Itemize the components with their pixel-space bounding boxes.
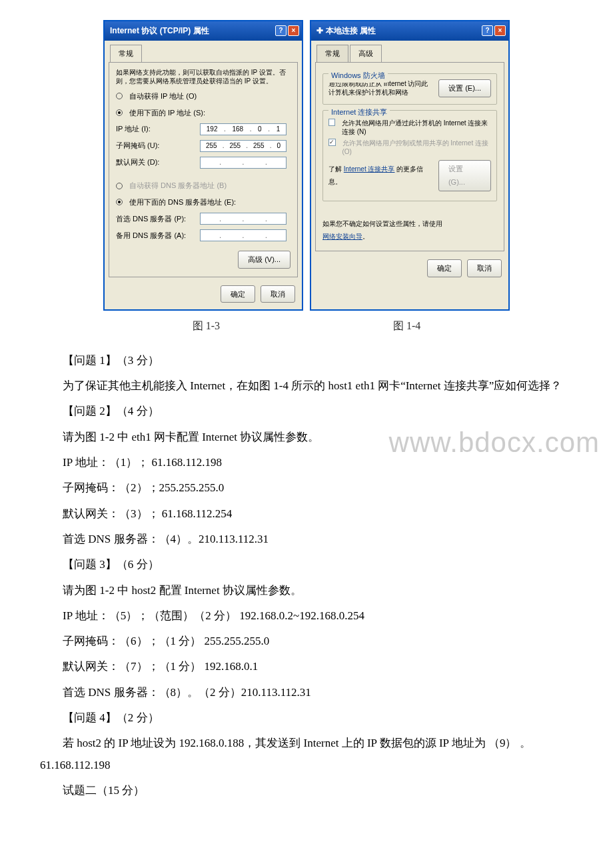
caption-left: 图 1-3 bbox=[193, 316, 220, 336]
q3-ip: IP 地址：（5）；（范围）（2 分） 192.168.0.2~192.168.… bbox=[40, 605, 573, 627]
q3-dns: 首选 DNS 服务器：（8）。（2 分）210.113.112.31 bbox=[40, 682, 573, 703]
q3-body: 请为图 1-2 中 host2 配置 Internet 协议属性参数。 bbox=[40, 580, 573, 601]
network-icon: ✚ bbox=[316, 23, 323, 39]
wizard-hint: 如果您不确定如何设置这些属性，请使用 网络安装向导。 bbox=[322, 217, 497, 243]
dns2-label: 备用 DNS 服务器 (A): bbox=[116, 229, 196, 243]
ics-settings-button: 设置 (G)... bbox=[438, 160, 491, 192]
firewall-group: Windows 防火墙 通过限制或防止从 Internet 访问此计算机来保护计… bbox=[322, 73, 497, 105]
q4-body: 若 host2 的 IP 地址设为 192.168.0.188，其发送到 Int… bbox=[40, 733, 573, 776]
q2-gw: 默认网关：（3）； 61.168.112.254 bbox=[40, 503, 573, 525]
dns2-input[interactable]: . . . bbox=[200, 229, 287, 241]
auto-dns-option: 自动获得 DNS 服务器地址 (B) bbox=[116, 179, 291, 193]
ics-group: Internet 连接共享 允许其他网络用户通过此计算机的 Internet 连… bbox=[322, 110, 497, 202]
q2-body: 请为图 1-2 中 eth1 网卡配置 Internet 协议属性参数。 www… bbox=[40, 427, 573, 448]
manual-ip-option[interactable]: 使用下面的 IP 地址 (S): bbox=[116, 106, 291, 120]
ics-allow-control: ✓允许其他网络用户控制或禁用共享的 Internet 连接 (O) bbox=[328, 139, 491, 156]
manual-ip-label: 使用下面的 IP 地址 (S): bbox=[129, 106, 205, 120]
ics-link[interactable]: Internet 连接共享 bbox=[344, 165, 395, 173]
advanced-button[interactable]: 高级 (V)... bbox=[238, 251, 291, 269]
tcpip-title: Internet 协议 (TCP/IP) 属性 bbox=[110, 23, 209, 39]
auto-dns-label: 自动获得 DNS 服务器地址 (B) bbox=[129, 179, 227, 193]
q1-title: 【问题 1】（3 分） bbox=[40, 350, 573, 371]
auto-ip-option[interactable]: 自动获得 IP 地址 (O) bbox=[116, 89, 291, 103]
tab-general[interactable]: 常规 bbox=[110, 45, 142, 62]
help-icon[interactable]: ? bbox=[275, 25, 287, 36]
q2-dns: 首选 DNS 服务器：（4）。210.113.112.31 bbox=[40, 529, 573, 550]
help-icon[interactable]: ? bbox=[482, 25, 493, 36]
q2-mask: 子网掩码：（2）；255.255.255.0 bbox=[40, 477, 573, 499]
q4-title: 【问题 4】（2 分） bbox=[40, 707, 573, 729]
caption-right: 图 1-4 bbox=[393, 316, 420, 336]
ok-button[interactable]: 确定 bbox=[221, 285, 255, 303]
ip-input[interactable]: 192.168.0.1 bbox=[200, 123, 287, 135]
tab-general[interactable]: 常规 bbox=[316, 45, 348, 62]
dns1-label: 首选 DNS 服务器 (P): bbox=[116, 212, 196, 226]
auto-ip-label: 自动获得 IP 地址 (O) bbox=[129, 89, 197, 103]
tcpip-dialog: Internet 协议 (TCP/IP) 属性 ? × 常规 如果网络支持此功能… bbox=[103, 20, 303, 311]
ics-allow-connect[interactable]: 允许其他网络用户通过此计算机的 Internet 连接来连接 (N) bbox=[328, 119, 491, 136]
manual-dns-option[interactable]: 使用下面的 DNS 服务器地址 (E): bbox=[116, 195, 291, 209]
dns1-input[interactable]: . . . bbox=[200, 213, 287, 225]
ics-opt2-label: 允许其他网络用户控制或禁用共享的 Internet 连接 (O) bbox=[342, 139, 492, 156]
cancel-button[interactable]: 取消 bbox=[467, 259, 502, 277]
manual-dns-label: 使用下面的 DNS 服务器地址 (E): bbox=[129, 195, 236, 209]
mask-label: 子网掩码 (U): bbox=[116, 139, 196, 153]
screenshot-row: Internet 协议 (TCP/IP) 属性 ? × 常规 如果网络支持此功能… bbox=[40, 20, 573, 311]
gateway-label: 默认网关 (D): bbox=[116, 155, 196, 169]
local-connection-dialog: ✚ 本地连接 属性 ? × 常规 高级 Windows 防火墙 通过限制或防止从… bbox=[310, 20, 510, 311]
tcpip-note: 如果网络支持此功能，则可以获取自动指派的 IP 设置。否则，您需要从网络系统管理… bbox=[116, 68, 291, 85]
close-icon[interactable]: × bbox=[494, 25, 506, 36]
local-title: 本地连接 属性 bbox=[326, 23, 376, 39]
tcpip-titlebar[interactable]: Internet 协议 (TCP/IP) 属性 ? × bbox=[105, 21, 302, 41]
ics-legend: Internet 连接共享 bbox=[328, 105, 390, 119]
cancel-button[interactable]: 取消 bbox=[261, 285, 295, 303]
watermark: www.bdocx.com bbox=[366, 416, 600, 469]
firewall-legend: Windows 防火墙 bbox=[328, 69, 388, 83]
tab-advanced[interactable]: 高级 bbox=[350, 45, 382, 62]
ics-opt1-label: 允许其他网络用户通过此计算机的 Internet 连接来连接 (N) bbox=[342, 119, 491, 136]
local-titlebar[interactable]: ✚ 本地连接 属性 ? × bbox=[311, 21, 508, 41]
ip-label: IP 地址 (I): bbox=[116, 122, 196, 136]
figure-captions: 图 1-3 图 1-4 bbox=[40, 316, 573, 336]
ok-button[interactable]: 确定 bbox=[427, 259, 462, 277]
section2-title: 试题二（15 分） bbox=[40, 780, 573, 801]
gateway-input[interactable]: . . . bbox=[200, 157, 287, 169]
ics-learn-more: 了解 Internet 连接共享 的更多信息。 bbox=[328, 163, 434, 188]
q1-body: 为了保证其他主机能接入 Internet，在如图 1-4 所示的 host1 e… bbox=[40, 375, 573, 397]
q3-gw: 默认网关：（7）；（1 分） 192.168.0.1 bbox=[40, 656, 573, 677]
firewall-settings-button[interactable]: 设置 (E)... bbox=[438, 79, 491, 97]
mask-input[interactable]: 255.255.255.0 bbox=[200, 140, 287, 152]
close-icon[interactable]: × bbox=[288, 25, 299, 36]
q3-title: 【问题 3】（6 分） bbox=[40, 554, 573, 575]
q3-mask: 子网掩码：（6）；（1 分） 255.255.255.0 bbox=[40, 631, 573, 652]
wizard-link[interactable]: 网络安装向导 bbox=[322, 233, 362, 240]
